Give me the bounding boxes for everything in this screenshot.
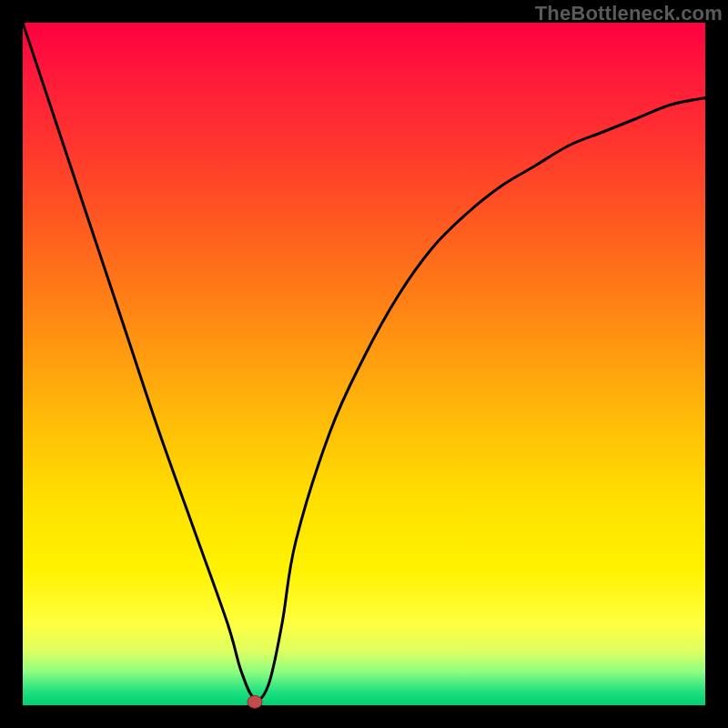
plot-area xyxy=(23,23,705,705)
bottleneck-curve xyxy=(23,23,705,699)
chart-frame: TheBottleneck.com xyxy=(0,0,728,728)
min-marker xyxy=(248,695,262,708)
curve-svg xyxy=(23,23,705,705)
